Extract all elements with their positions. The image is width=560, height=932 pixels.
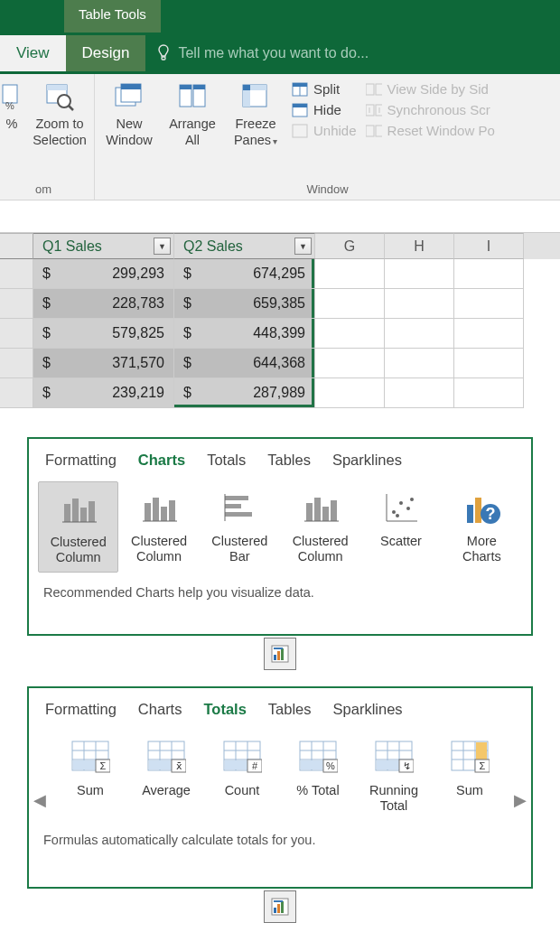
qa-total-option[interactable]: #Count xyxy=(206,731,278,804)
tab-design[interactable]: Design xyxy=(66,35,146,71)
spreadsheet-grid[interactable]: Q1 Sales ▼ Q2 Sales ▼ G H I $299,293$674… xyxy=(0,233,560,408)
qa-tab-totals[interactable]: Totals xyxy=(207,452,246,469)
chart-type-icon xyxy=(201,487,278,530)
empty-cell[interactable] xyxy=(454,378,524,408)
qa-tab-tables[interactable]: Tables xyxy=(267,452,311,469)
svg-rect-41 xyxy=(225,504,241,508)
cell-q1[interactable]: $239,219 xyxy=(33,378,174,408)
zoom-to-selection-button[interactable]: Zoom to Selection xyxy=(33,79,87,148)
cell-q1[interactable]: $371,570 xyxy=(33,349,174,378)
svg-rect-44 xyxy=(306,503,313,521)
svg-rect-115 xyxy=(277,904,280,913)
svg-text:#: # xyxy=(252,760,258,771)
quick-analysis-button[interactable] xyxy=(264,890,296,923)
column-header-h[interactable]: H xyxy=(385,233,454,259)
qa-total-option[interactable]: ↯RunningTotal xyxy=(358,731,430,820)
formula-bar[interactable] xyxy=(0,200,560,233)
svg-rect-17 xyxy=(243,85,250,90)
empty-cell[interactable] xyxy=(385,349,454,378)
svg-rect-61 xyxy=(274,655,276,660)
qa-tab-sparklines[interactable]: Sparklines xyxy=(332,452,402,469)
empty-cell[interactable] xyxy=(385,378,454,408)
qa-tab-sparklines[interactable]: Sparklines xyxy=(333,701,403,718)
qa-chart-option[interactable]: ClusteredBar xyxy=(200,481,280,571)
chart-type-icon xyxy=(41,488,116,531)
cell-q2[interactable]: $287,989 xyxy=(174,378,315,408)
svg-rect-116 xyxy=(281,901,284,913)
qa-chart-option[interactable]: ClusteredColumn xyxy=(38,481,118,573)
empty-cell[interactable] xyxy=(315,378,385,408)
empty-cell[interactable] xyxy=(385,259,454,289)
tab-view[interactable]: View xyxy=(0,35,66,71)
arrange-all-button[interactable]: Arrange All xyxy=(165,79,219,148)
qa-total-option[interactable]: x̄Average xyxy=(130,731,202,804)
new-window-button[interactable]: New Window xyxy=(102,79,156,148)
quick-analysis-button[interactable] xyxy=(264,638,296,670)
svg-rect-20 xyxy=(293,83,307,87)
cell-q1[interactable]: $579,825 xyxy=(33,319,174,349)
filter-dropdown-icon[interactable]: ▼ xyxy=(154,238,171,255)
qa-total-option[interactable]: ΣSum xyxy=(54,731,126,804)
svg-rect-40 xyxy=(225,496,248,500)
total-type-icon: % xyxy=(284,736,352,779)
svg-rect-37 xyxy=(161,507,167,521)
qa-tab-formatting[interactable]: Formatting xyxy=(45,452,117,469)
scroll-left-icon[interactable]: ◀ xyxy=(33,788,47,813)
split-button[interactable]: Split xyxy=(292,81,357,97)
zoom-button-partial[interactable]: % % xyxy=(0,79,23,132)
qa-chart-option[interactable]: Scatter xyxy=(360,481,441,555)
qa-tab-formatting[interactable]: Formatting xyxy=(45,701,117,718)
column-header-q2[interactable]: Q2 Sales ▼ xyxy=(174,233,315,259)
qa-total-option[interactable]: ΣSum xyxy=(434,731,506,804)
empty-cell[interactable] xyxy=(315,289,385,319)
tell-me-search[interactable]: Tell me what you want to do... xyxy=(178,45,560,61)
empty-cell[interactable] xyxy=(315,349,385,378)
cell-q2[interactable]: $659,385 xyxy=(174,289,315,319)
svg-point-54 xyxy=(410,498,414,501)
svg-rect-30 xyxy=(64,504,70,522)
qa-tab-totals[interactable]: Totals xyxy=(203,701,246,718)
svg-rect-63 xyxy=(281,648,284,660)
empty-cell[interactable] xyxy=(385,319,454,349)
view-side-by-side-button: View Side by Sid xyxy=(366,81,495,97)
scroll-right-icon[interactable]: ▶ xyxy=(513,788,527,813)
qa-total-option[interactable]: %% Total xyxy=(282,731,354,804)
total-type-icon: x̄ xyxy=(132,736,201,779)
svg-rect-31 xyxy=(72,499,79,522)
freeze-panes-button[interactable]: Freeze Panes▾ xyxy=(229,79,283,148)
column-header-g[interactable]: G xyxy=(315,233,385,259)
column-header-q1[interactable]: Q1 Sales ▼ xyxy=(33,233,174,259)
svg-rect-23 xyxy=(293,125,307,137)
cell-q2[interactable]: $448,399 xyxy=(174,319,315,349)
cell-q2[interactable]: $644,368 xyxy=(174,349,315,378)
svg-rect-28 xyxy=(366,126,374,136)
empty-cell[interactable] xyxy=(454,319,524,349)
column-header-i[interactable]: I xyxy=(454,233,524,259)
lightbulb-icon xyxy=(154,44,173,62)
cell-q2[interactable]: $674,295 xyxy=(174,259,315,289)
empty-cell[interactable] xyxy=(385,289,454,319)
group-label-window: Window xyxy=(102,180,553,200)
qa-tab-tables[interactable]: Tables xyxy=(268,701,312,718)
cell-q1[interactable]: $299,293 xyxy=(33,259,174,289)
qa-chart-option[interactable]: ClusteredColumn xyxy=(280,481,360,571)
empty-cell[interactable] xyxy=(315,319,385,349)
contextual-tab-group: Table Tools xyxy=(64,0,161,33)
svg-rect-13 xyxy=(193,85,205,89)
svg-rect-45 xyxy=(314,498,321,521)
svg-rect-36 xyxy=(153,498,159,521)
cell-q1[interactable]: $228,783 xyxy=(33,289,174,319)
filter-dropdown-icon[interactable]: ▼ xyxy=(294,238,312,255)
svg-text:Σ: Σ xyxy=(100,760,107,771)
empty-cell[interactable] xyxy=(454,289,524,319)
svg-point-51 xyxy=(392,510,396,514)
qa-chart-option[interactable]: ?MoreCharts xyxy=(442,481,522,571)
empty-cell[interactable] xyxy=(454,259,524,289)
qa-chart-option[interactable]: ClusteredColumn xyxy=(118,481,199,571)
hide-button[interactable]: Hide xyxy=(292,102,357,117)
total-type-icon: ↯ xyxy=(359,736,428,779)
empty-cell[interactable] xyxy=(454,349,524,378)
qa-tab-charts[interactable]: Charts xyxy=(138,701,182,718)
qa-tab-charts[interactable]: Charts xyxy=(138,452,185,469)
empty-cell[interactable] xyxy=(315,259,385,289)
